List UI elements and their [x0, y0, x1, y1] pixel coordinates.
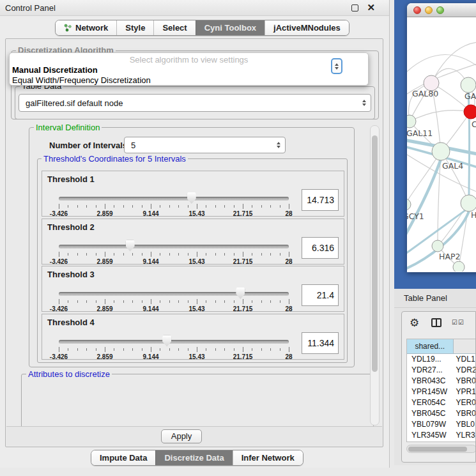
table-row[interactable]: YBR045CYBR0: [407, 408, 476, 419]
network-node[interactable]: [432, 240, 443, 252]
tick-label: 28: [285, 353, 292, 360]
threshold-value-field[interactable]: [302, 237, 339, 259]
network-node[interactable]: [407, 115, 416, 128]
table-row[interactable]: YBL079WYBL0: [407, 419, 476, 430]
gear-icon[interactable]: ⚙: [410, 316, 419, 329]
threshold-row: Threshold 4 -3.4262.8599.14415.4321.7152…: [42, 314, 344, 360]
table-cell[interactable]: YBL0: [454, 419, 476, 430]
node-label: HAP2: [439, 252, 460, 261]
table-row[interactable]: YLR345WYLR3: [407, 430, 476, 441]
network-canvas[interactable]: GAL80GAL11GAL4GCY1HHAP2GAC: [407, 17, 476, 272]
close-icon[interactable]: ✕: [367, 2, 375, 13]
slider-thumb[interactable]: [126, 240, 135, 252]
slider-ticks: [59, 347, 289, 353]
apply-row: Apply: [6, 426, 382, 446]
threshold-label: Threshold 3: [47, 270, 95, 279]
tab-select[interactable]: Select: [153, 20, 195, 35]
combo-stepper-icon: [277, 142, 280, 148]
close-traffic-light-icon[interactable]: [413, 6, 421, 14]
scrollbar-thumb[interactable]: [408, 447, 467, 452]
tab-impute-data[interactable]: Impute Data: [91, 450, 155, 465]
column-header-shared-name[interactable]: shared...: [407, 339, 454, 353]
table-data-combobox[interactable]: galFiltered.sif default node: [19, 94, 371, 112]
tab-style[interactable]: Style: [116, 20, 153, 35]
network-node[interactable]: [453, 261, 464, 272]
network-node[interactable]: [407, 199, 411, 210]
threshold-value-field[interactable]: [302, 189, 339, 211]
table-cell[interactable]: YDL1: [454, 354, 476, 365]
node-label: C: [472, 119, 476, 129]
table-cell[interactable]: YDL19...: [407, 354, 454, 365]
table-row[interactable]: YDL19...YDL1: [407, 354, 476, 365]
slider-thumb[interactable]: [162, 335, 171, 347]
tab-jactivemnodules[interactable]: jActiveMNodules: [265, 20, 349, 35]
table-cell[interactable]: YER054C: [407, 397, 454, 408]
network-node[interactable]: [461, 77, 476, 93]
threshold-value-field[interactable]: [302, 284, 339, 306]
network-window-titlebar[interactable]: [407, 3, 476, 17]
dropdown-item-equal-width-frequency[interactable]: Equal Width/Frequency Discretization: [12, 75, 151, 85]
threshold-slider[interactable]: -3.4262.8599.14415.4321.71528: [59, 245, 289, 264]
table-cell[interactable]: YPR1: [454, 387, 476, 397]
tab-cyni-toolbox[interactable]: Cyni Toolbox: [196, 20, 265, 35]
tick-label: 2.859: [96, 210, 112, 217]
table-row[interactable]: YBR043CYBR0: [407, 376, 476, 387]
table-cell[interactable]: YBR0: [454, 408, 476, 419]
threshold-value-field[interactable]: [302, 332, 339, 354]
threshold-row: Threshold 1 -3.4262.8599.14415.4321.7152…: [42, 171, 344, 217]
table-row[interactable]: YER054CYER0: [407, 397, 476, 408]
table-cell[interactable]: YLR345W: [407, 430, 454, 441]
network-desktop: GAL80GAL11GAL4GCY1HHAP2GAC: [394, 0, 476, 289]
network-node[interactable]: [461, 195, 476, 211]
table-cell[interactable]: YBR043C: [407, 376, 454, 387]
combo-stepper-icon: [362, 100, 366, 106]
slider-track[interactable]: [59, 245, 289, 249]
slider-tick-labels: -3.4262.8599.14415.4321.71528: [59, 353, 289, 361]
table-cell[interactable]: YBR0: [454, 376, 476, 387]
table-cell[interactable]: YBR045C: [407, 408, 454, 419]
threshold-slider[interactable]: -3.4262.8599.14415.4321.71528: [59, 340, 289, 359]
table-horizontal-scrollbar[interactable]: [406, 445, 476, 453]
threshold-slider[interactable]: -3.4262.8599.14415.4321.71528: [59, 292, 289, 311]
minimize-traffic-light-icon[interactable]: [425, 6, 433, 14]
network-node[interactable]: [432, 142, 450, 160]
tick-label: -3.426: [50, 210, 68, 217]
control-panel-titlebar: Control Panel ✕: [0, 0, 389, 16]
tab-network[interactable]: Network: [56, 20, 116, 35]
slider-tick-labels: -3.4262.8599.14415.4321.71528: [59, 305, 289, 313]
dropdown-item-manual-discretization[interactable]: Manual Discretization: [12, 65, 98, 75]
apply-button[interactable]: Apply: [161, 429, 202, 443]
slider-track[interactable]: [59, 340, 289, 344]
zoom-traffic-light-icon[interactable]: [436, 6, 444, 14]
table-cell[interactable]: YLR3: [454, 430, 476, 441]
table-row[interactable]: YPR145WYPR1: [407, 387, 476, 397]
table-cell[interactable]: YDR27...: [407, 365, 454, 376]
number-of-intervals-combobox[interactable]: 5: [124, 137, 286, 153]
slider-thumb[interactable]: [236, 288, 245, 299]
table-cell[interactable]: YBL079W: [407, 419, 454, 430]
number-of-intervals-value: 5: [131, 141, 135, 150]
tab-infer-network[interactable]: Infer Network: [233, 450, 303, 465]
scrollbar-thumb[interactable]: [372, 135, 378, 372]
threshold-label: Threshold 2: [47, 222, 95, 232]
table-row[interactable]: YDR27...YDR2: [407, 365, 476, 376]
table-panel-title: Table Panel: [404, 293, 447, 303]
select-columns-icon[interactable]: ☑☑: [452, 319, 464, 326]
table-cell[interactable]: YER0: [454, 397, 476, 408]
slider-thumb[interactable]: [187, 192, 196, 204]
table-cell[interactable]: YPR145W: [407, 387, 454, 397]
slider-track[interactable]: [59, 292, 289, 296]
tick-label: 15.43: [188, 258, 204, 265]
node-label: GAL11: [407, 128, 433, 138]
algorithm-combobox-stepper[interactable]: [331, 58, 342, 74]
settings-scrollbar[interactable]: [370, 125, 380, 426]
columns-icon[interactable]: [431, 318, 441, 327]
tab-discretize-data[interactable]: Discretize Data: [155, 450, 232, 465]
table-cell[interactable]: YDR2: [454, 365, 476, 376]
column-header-name[interactable]: na: [454, 339, 476, 353]
threshold-slider[interactable]: -3.4262.8599.14415.4321.71528: [59, 197, 289, 216]
float-window-icon[interactable]: [351, 4, 358, 12]
network-node[interactable]: [464, 105, 476, 119]
slider-track[interactable]: [59, 197, 289, 201]
slider-ticks: [59, 204, 289, 210]
